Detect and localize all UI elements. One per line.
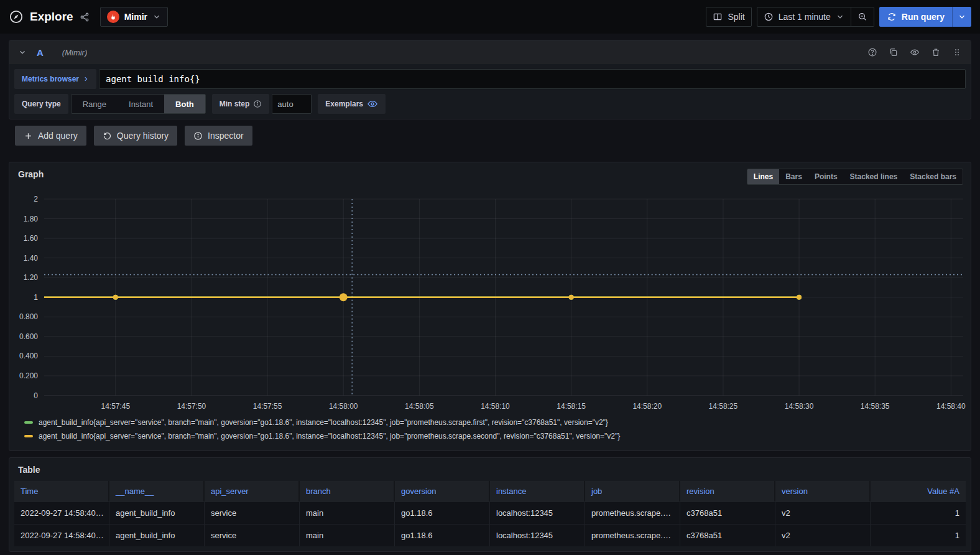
graph-mode-group: LinesBarsPointsStacked linesStacked bars xyxy=(747,169,963,185)
split-icon xyxy=(713,12,723,22)
explore-actions: Add query Query history Inspector xyxy=(15,126,980,146)
table-cell: service xyxy=(205,524,300,546)
graph-mode-lines[interactable]: Lines xyxy=(747,169,779,184)
zoom-out-icon xyxy=(858,12,867,22)
table-header-cell[interactable]: version xyxy=(775,481,871,501)
table-cell: agent_build_info xyxy=(109,524,205,546)
query-expression-input[interactable] xyxy=(99,69,966,89)
table-cell: main xyxy=(300,501,395,524)
table-cell: service xyxy=(205,501,300,524)
sync-icon xyxy=(887,12,897,22)
metrics-browser-label: Metrics browser xyxy=(22,75,79,83)
copy-icon[interactable] xyxy=(889,47,899,57)
table-header-cell[interactable]: goversion xyxy=(395,481,490,501)
eye-icon[interactable] xyxy=(910,47,920,57)
results-table: Time__name__api_serverbranchgoversionins… xyxy=(14,481,966,546)
trash-icon[interactable] xyxy=(931,47,941,57)
query-type-option-instant[interactable]: Instant xyxy=(118,95,164,113)
datasource-picker[interactable]: Mimir xyxy=(100,7,168,27)
zoom-out-button[interactable] xyxy=(851,7,874,27)
svg-text:14:58:00: 14:58:00 xyxy=(329,402,358,411)
query-type-label: Query type xyxy=(14,94,68,114)
plus-icon xyxy=(24,131,33,141)
svg-text:14:57:55: 14:57:55 xyxy=(253,402,282,411)
table-panel-title: Table xyxy=(9,458,971,480)
query-datasource-hint: (Mimir) xyxy=(62,48,87,57)
page-title: Explore xyxy=(30,10,73,24)
collapse-chevron-icon[interactable] xyxy=(18,48,27,57)
share-icon[interactable] xyxy=(80,12,90,22)
run-query-dropdown[interactable] xyxy=(952,7,971,27)
table-panel: Table Time__name__api_serverbranchgovers… xyxy=(9,457,971,552)
table-header-cell[interactable]: branch xyxy=(300,481,395,501)
svg-text:1.80: 1.80 xyxy=(24,215,39,223)
table-cell: v2 xyxy=(775,501,871,524)
legend-label: agent_build_info{api_server="service", b… xyxy=(39,418,608,427)
table-cell: 2022-09-27 14:58:40… xyxy=(14,501,109,524)
query-ref-id: A xyxy=(37,47,44,58)
graph-mode-stacked-lines[interactable]: Stacked lines xyxy=(844,169,904,184)
info-icon xyxy=(253,100,262,108)
datasource-name: Mimir xyxy=(124,12,147,22)
table-header-cell[interactable]: revision xyxy=(680,481,775,501)
history-icon xyxy=(103,131,112,141)
time-series-chart[interactable]: 21.801.601.401.2010.8000.6000.4000.20001… xyxy=(14,188,966,414)
table-header-cell[interactable]: instance xyxy=(490,481,585,501)
add-query-label: Add query xyxy=(38,131,78,141)
query-type-group: RangeInstantBoth xyxy=(71,94,206,114)
inspector-label: Inspector xyxy=(208,131,244,141)
help-icon[interactable] xyxy=(867,47,877,57)
graph-mode-points[interactable]: Points xyxy=(808,169,844,184)
legend-label: agent_build_info{api_server="service", b… xyxy=(39,432,620,441)
min-step-input[interactable] xyxy=(272,94,312,114)
table-cell: localhost:12345 xyxy=(490,524,585,546)
svg-text:14:58:05: 14:58:05 xyxy=(405,402,434,411)
time-range-picker[interactable]: Last 1 minute xyxy=(757,7,851,27)
explore-compass-icon xyxy=(9,9,24,24)
table-cell: v2 xyxy=(775,524,871,546)
table-cell: 1 xyxy=(871,524,966,546)
inspector-button[interactable]: Inspector xyxy=(185,126,252,146)
top-bar: Explore Mimir Split Last 1 xyxy=(0,0,980,34)
legend-item[interactable]: agent_build_info{api_server="service", b… xyxy=(24,416,964,429)
table-cell: prometheus.scrape.… xyxy=(585,524,680,546)
query-type-option-both[interactable]: Both xyxy=(164,95,205,113)
min-step-label: Min step xyxy=(212,94,270,114)
table-cell: 2022-09-27 14:58:40… xyxy=(14,524,109,546)
clock-icon xyxy=(764,12,774,22)
query-editor-panel: A (Mimir) Metrics browser Query type Ran… xyxy=(9,40,971,119)
table-cell: localhost:12345 xyxy=(490,501,585,524)
table-cell: 1 xyxy=(871,501,966,524)
table-header-cell[interactable]: Value #A xyxy=(871,481,966,501)
table-header-cell[interactable]: Time xyxy=(14,481,109,501)
svg-text:1.20: 1.20 xyxy=(24,273,39,282)
svg-text:1.60: 1.60 xyxy=(24,234,39,243)
split-button[interactable]: Split xyxy=(706,7,751,27)
svg-text:14:58:35: 14:58:35 xyxy=(861,402,890,411)
table-cell: agent_build_info xyxy=(109,501,205,524)
time-range-label: Last 1 minute xyxy=(779,12,831,22)
legend-item[interactable]: agent_build_info{api_server="service", b… xyxy=(24,429,964,443)
exemplars-eye-icon[interactable] xyxy=(367,98,378,110)
chevron-down-icon xyxy=(836,12,844,21)
chevron-down-icon xyxy=(958,12,966,21)
table-header-cell[interactable]: job xyxy=(585,481,680,501)
svg-text:14:58:30: 14:58:30 xyxy=(785,402,814,411)
query-history-button[interactable]: Query history xyxy=(94,126,177,146)
drag-handle-icon[interactable] xyxy=(952,47,962,57)
table-cell: prometheus.scrape.… xyxy=(585,501,680,524)
min-step-text: Min step xyxy=(220,100,250,108)
svg-text:0: 0 xyxy=(34,391,38,400)
mimir-datasource-icon xyxy=(107,11,119,23)
table-header-cell[interactable]: __name__ xyxy=(109,481,205,501)
query-history-label: Query history xyxy=(117,131,169,141)
graph-mode-stacked-bars[interactable]: Stacked bars xyxy=(904,169,963,184)
svg-text:14:58:20: 14:58:20 xyxy=(632,402,662,411)
table-header-cell[interactable]: api_server xyxy=(205,481,300,501)
query-type-option-range[interactable]: Range xyxy=(72,95,118,113)
run-query-button[interactable]: Run query xyxy=(879,7,971,27)
graph-mode-bars[interactable]: Bars xyxy=(779,169,808,184)
table-cell: go1.18.6 xyxy=(395,501,490,524)
add-query-button[interactable]: Add query xyxy=(15,126,86,146)
metrics-browser-button[interactable]: Metrics browser xyxy=(14,69,96,89)
